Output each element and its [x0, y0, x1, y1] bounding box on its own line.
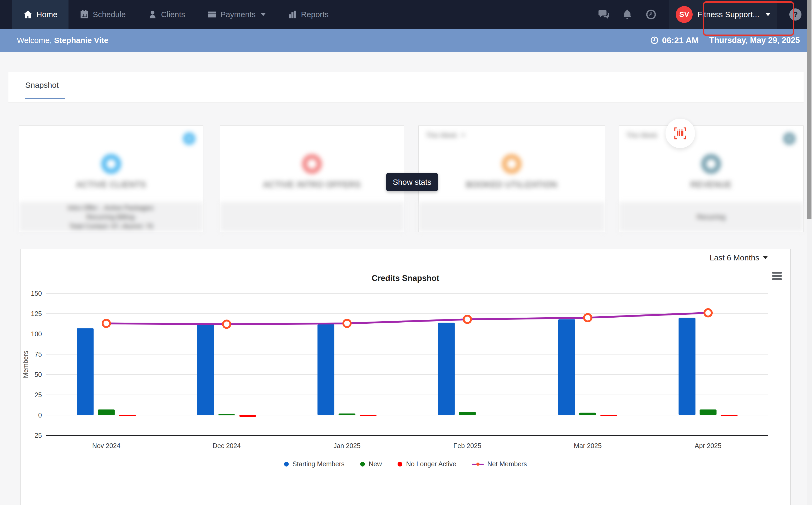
chart-legend: Starting MembersNewNo Longer ActiveNet M… [21, 460, 790, 468]
nav-item-reports[interactable]: Reports [277, 0, 340, 29]
y-tick-label: 150 [31, 290, 42, 297]
chart-bar[interactable] [77, 328, 93, 415]
stat-ring [701, 154, 721, 174]
chat-icon[interactable] [598, 9, 609, 20]
card-blur-content: This Week REVENUE Recurring [619, 126, 803, 232]
chart-marker[interactable] [343, 320, 351, 327]
user-menu[interactable]: SV Fitness Support... [669, 0, 777, 29]
tab-snapshot[interactable]: Snapshot [25, 80, 59, 90]
chart-menu-icon[interactable] [772, 272, 782, 280]
calendar-icon [79, 10, 89, 19]
chart-bar[interactable] [218, 414, 235, 415]
x-tick-label: Jan 2025 [334, 442, 361, 449]
chart-bar[interactable] [119, 415, 136, 416]
add-icon[interactable] [183, 133, 195, 145]
chart-bar[interactable] [339, 413, 355, 415]
nav-item-label: Home [36, 10, 57, 19]
nav-item-label: Clients [161, 10, 185, 19]
stat-ring [302, 154, 322, 174]
legend-dot-icon [284, 462, 289, 467]
snapshot-panel: Snapshot [8, 72, 804, 103]
nav-item-home[interactable]: Home [12, 0, 68, 29]
card-revenue[interactable]: This Week REVENUE Recurring [619, 126, 804, 232]
user-name: Fitness Support... [697, 10, 759, 19]
chart-line [106, 313, 708, 324]
chart-bar[interactable] [558, 319, 575, 415]
chart-bar[interactable] [239, 415, 256, 417]
card-active-intro-offers[interactable]: ACTIVE INTRO OFFERS [220, 126, 404, 232]
barcode-scan-button[interactable] [665, 119, 695, 148]
clock-icon[interactable] [645, 9, 657, 20]
show-stats-button[interactable]: Show stats [386, 173, 438, 191]
card-blur-content: ACTIVE INTRO OFFERS [220, 126, 404, 232]
chart-bar[interactable] [360, 415, 377, 416]
chart-bar[interactable] [438, 323, 455, 415]
nav-item-clients[interactable]: Clients [137, 0, 196, 29]
x-tick-label: Nov 2024 [92, 442, 121, 449]
legend-item[interactable]: New [360, 460, 382, 468]
add-icon[interactable] [783, 133, 795, 145]
legend-item[interactable]: Net Members [472, 460, 527, 468]
chart-bar[interactable] [197, 323, 214, 415]
card-top: This Week BOOKED UTILIZATION [419, 126, 605, 203]
time-text: 06:21 AM [662, 36, 699, 45]
chart-bar[interactable] [318, 324, 334, 415]
chart-marker[interactable] [464, 316, 471, 323]
bell-icon[interactable] [621, 9, 633, 20]
chart-bar[interactable] [700, 409, 717, 415]
nav-item-payments[interactable]: Payments [196, 0, 277, 29]
chart-marker[interactable] [223, 321, 230, 328]
home-icon [23, 10, 33, 19]
chart-marker[interactable] [704, 309, 712, 317]
chart-bar[interactable] [600, 415, 617, 416]
nav-item-schedule[interactable]: Schedule [68, 0, 137, 29]
legend-label: Net Members [487, 460, 527, 468]
x-tick-label: Apr 2025 [695, 442, 722, 449]
chart-marker[interactable] [584, 314, 592, 321]
card-active-clients[interactable]: ACTIVE CLIENTS Intro Offer: , Active Pac… [19, 126, 203, 232]
period-label: This Week [626, 132, 657, 139]
net-members-marker-icon [472, 462, 484, 467]
period-select[interactable]: This Week [626, 132, 657, 139]
card-title: REVENUE [619, 180, 803, 189]
barcode-icon [672, 125, 688, 142]
clock-icon [650, 36, 659, 45]
period-label: This Week [426, 132, 457, 139]
help-icon[interactable]: ? [789, 8, 801, 21]
welcome-user-name: Stephanie Vite [54, 36, 108, 44]
avatar: SV [676, 6, 693, 23]
nav-right-group: SV Fitness Support... ? [598, 0, 801, 29]
card-booked-utilization[interactable]: This Week BOOKED UTILIZATION [418, 126, 605, 232]
y-tick-label: 100 [31, 330, 42, 338]
chart-bar[interactable] [98, 409, 115, 415]
legend-dot-icon [398, 462, 402, 467]
chart-bar[interactable] [721, 415, 738, 416]
y-tick-label: 125 [31, 310, 42, 317]
chart-bar[interactable] [579, 413, 596, 415]
page-scrollbar[interactable] [807, 0, 812, 505]
credits-snapshot-panel: Last 6 Months Credits Snapshot 150125100… [20, 249, 791, 505]
card-title: ACTIVE CLIENTS [19, 180, 203, 189]
credits-chart: 1501251007550250-25MembersNov 2024Dec 20… [21, 284, 790, 458]
x-tick-label: Dec 2024 [213, 442, 241, 449]
period-select[interactable]: This Week [426, 132, 465, 139]
footer-line: Recurring Billing: [86, 212, 136, 222]
y-axis-label: Members [22, 351, 29, 378]
chart-bar[interactable] [679, 318, 695, 415]
legend-item[interactable]: Starting Members [284, 460, 344, 468]
credit-card-icon [207, 10, 217, 19]
nav-item-label: Reports [301, 10, 329, 19]
current-time: 06:21 AM [650, 36, 699, 45]
welcome-bar: Welcome, Stephanie Vite 06:21 AM Thursda… [0, 29, 807, 52]
chart-bar[interactable] [459, 412, 476, 415]
footer-line: Total Contact: 97, Alumni: 76 [69, 222, 153, 231]
current-date: Thursday, May 29, 2025 [709, 36, 800, 45]
scrollbar-thumb[interactable] [807, 0, 811, 219]
card-footer [419, 202, 605, 232]
y-tick-label: 75 [34, 351, 42, 358]
chart-marker[interactable] [103, 320, 110, 327]
caret-down-icon [766, 13, 770, 16]
range-select[interactable]: Last 6 Months [710, 253, 759, 262]
nav-item-label: Payments [220, 10, 255, 19]
legend-item[interactable]: No Longer Active [398, 460, 456, 468]
